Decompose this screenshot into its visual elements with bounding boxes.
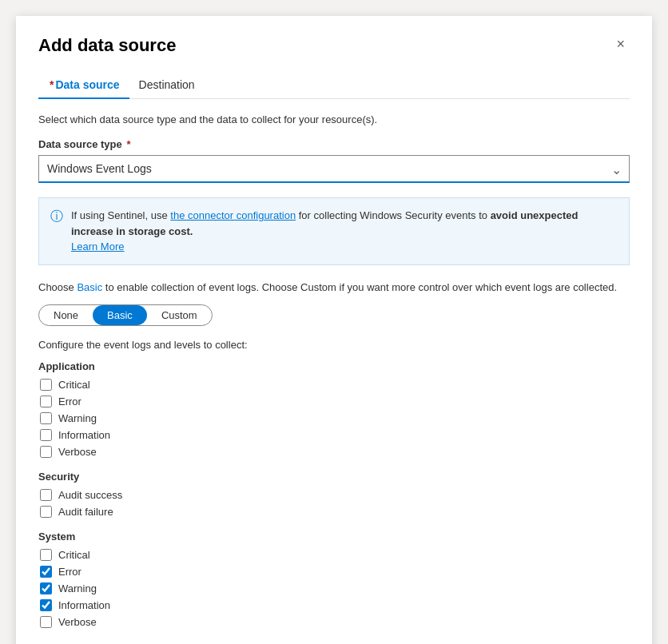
sys-critical-label: Critical [58, 549, 90, 561]
security-section: Security Audit success Audit failure [38, 471, 630, 518]
sys-verbose-label: Verbose [58, 616, 97, 628]
list-item: Verbose [40, 616, 630, 628]
add-data-source-dialog: Add data source × *Data source Destinati… [16, 16, 652, 644]
list-item: Verbose [40, 446, 630, 458]
app-warning-checkbox[interactable] [40, 412, 52, 424]
sec-audit-success-label: Audit success [58, 489, 122, 501]
info-banner: ⓘ If using Sentinel, use the connector c… [38, 197, 630, 265]
app-critical-checkbox[interactable] [40, 379, 52, 391]
list-item: Audit failure [40, 506, 630, 518]
toggle-custom[interactable]: Custom [147, 305, 212, 325]
data-source-type-select-wrapper: Windows Event Logs Linux Syslog Performa… [38, 155, 630, 183]
security-section-title: Security [38, 471, 630, 483]
sec-audit-failure-label: Audit failure [58, 506, 113, 518]
app-information-checkbox[interactable] [40, 429, 52, 441]
list-item: Audit success [40, 489, 630, 501]
app-verbose-label: Verbose [58, 446, 97, 458]
configure-label: Configure the event logs and levels to c… [38, 339, 630, 351]
required-star: * [50, 78, 54, 91]
info-icon: ⓘ [50, 209, 63, 225]
dialog-header: Add data source × [38, 35, 630, 56]
dialog-title: Add data source [38, 35, 176, 56]
app-error-checkbox[interactable] [40, 396, 52, 407]
list-item: Warning [40, 582, 630, 594]
page-description: Select which data source type and the da… [38, 113, 630, 125]
app-critical-label: Critical [58, 379, 90, 391]
toggle-none[interactable]: None [39, 305, 93, 325]
list-item: Information [40, 429, 630, 441]
list-item: Critical [40, 549, 630, 561]
list-item: Error [40, 566, 630, 578]
sys-information-checkbox[interactable] [40, 599, 52, 611]
tab-bar: *Data source Destination [38, 72, 630, 99]
app-information-label: Information [58, 429, 110, 441]
list-item: Information [40, 599, 630, 611]
list-item: Critical [40, 379, 630, 391]
info-text: If using Sentinel, use the connector con… [71, 208, 618, 255]
sys-error-checkbox[interactable] [40, 566, 52, 578]
basic-link[interactable]: Basic [77, 281, 102, 293]
app-warning-label: Warning [58, 412, 97, 424]
sec-audit-failure-checkbox[interactable] [40, 506, 52, 518]
sec-audit-success-checkbox[interactable] [40, 489, 52, 501]
sys-error-label: Error [58, 566, 82, 578]
collection-description: Choose Basic to enable collection of eve… [38, 281, 630, 293]
learn-more-link[interactable]: Learn More [71, 241, 124, 252]
close-button[interactable]: × [611, 35, 630, 53]
application-section: Application Critical Error Warning Infor… [38, 360, 630, 458]
app-error-label: Error [58, 396, 82, 407]
sys-verbose-checkbox[interactable] [40, 616, 52, 628]
list-item: Error [40, 396, 630, 407]
list-item: Warning [40, 412, 630, 424]
tab-destination[interactable]: Destination [129, 72, 205, 99]
collection-mode-toggle: None Basic Custom [38, 304, 213, 326]
toggle-basic[interactable]: Basic [93, 305, 147, 325]
data-source-type-label: Data source type * [38, 138, 630, 150]
connector-config-link[interactable]: the connector configuration [170, 209, 296, 221]
system-section: System Critical Error Warning Informatio… [38, 531, 630, 628]
sys-warning-checkbox[interactable] [40, 582, 52, 594]
sys-critical-checkbox[interactable] [40, 549, 52, 561]
sys-information-label: Information [58, 599, 110, 611]
system-section-title: System [38, 531, 630, 543]
app-verbose-checkbox[interactable] [40, 446, 52, 458]
sys-warning-label: Warning [58, 582, 97, 594]
data-source-type-select[interactable]: Windows Event Logs Linux Syslog Performa… [38, 155, 630, 183]
tab-data-source[interactable]: *Data source [38, 72, 129, 99]
application-section-title: Application [38, 360, 630, 372]
